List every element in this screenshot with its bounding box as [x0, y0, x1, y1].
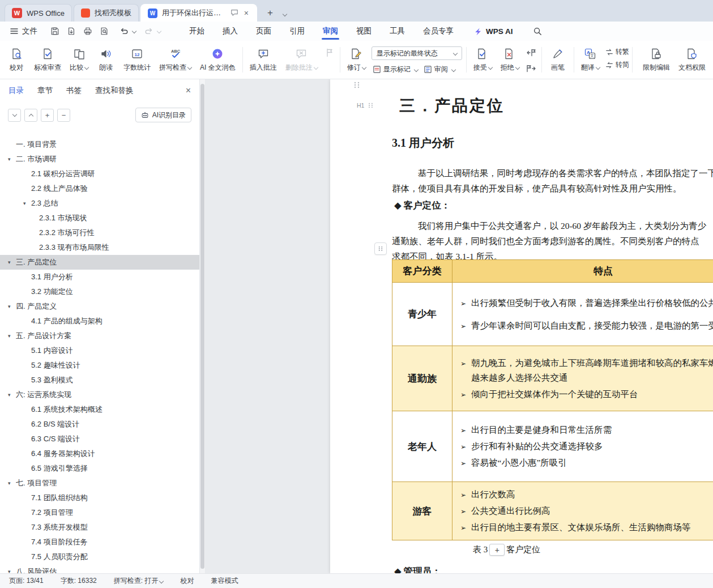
- toc-item-12[interactable]: 4.1 产品的组成与架构: [0, 314, 199, 329]
- redo-button[interactable]: [142, 24, 156, 39]
- document-page[interactable]: H1 三．产品定位 3.1 用户分析 基于以上调研结果，同时考虑现存的各类需求客…: [330, 79, 713, 573]
- chapter-heading[interactable]: 三．产品定位: [399, 95, 505, 117]
- restrict-edit-button[interactable]: 限制编辑: [639, 42, 674, 77]
- admin-bullet[interactable]: ◆ 管理员：: [394, 565, 441, 573]
- accept-button[interactable]: 接受: [469, 42, 496, 77]
- toc-item-6[interactable]: 2.3.2 市场可行性: [0, 225, 199, 240]
- undo-button[interactable]: [117, 24, 131, 39]
- menu-tab-4[interactable]: 审阅: [314, 22, 347, 41]
- menu-tab-6[interactable]: 工具: [381, 22, 414, 41]
- toc-item-26[interactable]: 7.3 系统开发模型: [0, 520, 199, 535]
- new-tab-button[interactable]: +: [263, 6, 277, 20]
- markup-state-select[interactable]: 显示标记的最终状态: [372, 46, 462, 60]
- file-menu-button[interactable]: 文件: [6, 26, 42, 36]
- toc-item-22[interactable]: 6.5 游戏引擎选择: [0, 461, 199, 476]
- toc-item-24[interactable]: 7.1 团队组织结构: [0, 491, 199, 505]
- toc-item-21[interactable]: 6.4 服务器架构设计: [0, 446, 199, 461]
- review-pane-button[interactable]: 审阅: [424, 65, 455, 74]
- wps-ai-button[interactable]: WPS AI: [474, 27, 513, 36]
- table-header-category[interactable]: 客户分类: [392, 260, 452, 283]
- toc-collapse-arrow-icon[interactable]: ▾: [8, 392, 16, 398]
- toc-item-19[interactable]: 6.2 B/S 端设计: [0, 417, 199, 432]
- doc-permission-button[interactable]: 文档权限: [674, 42, 710, 77]
- toc-collapse-arrow-icon[interactable]: ▾: [8, 569, 16, 573]
- undo-chevron-icon[interactable]: [132, 29, 136, 33]
- paragraph-2[interactable]: 我们将用户集中于公共交通客户，以 20-60 岁年龄段为主，大类划分为青少 通勤…: [392, 218, 706, 264]
- toc-item-13[interactable]: ▾五. 产品设计方案: [0, 329, 199, 343]
- standard-check-button[interactable]: 标准审查: [30, 42, 65, 77]
- toc-item-23[interactable]: ▾七. 项目管理: [0, 476, 199, 491]
- read-aloud-button[interactable]: 朗读: [93, 42, 119, 77]
- brush-button[interactable]: 画笔: [545, 42, 571, 77]
- toc-item-27[interactable]: 7.4 项目阶段任务: [0, 535, 199, 549]
- toc-item-4[interactable]: ▾2.3 总结: [0, 196, 199, 211]
- word-count-button[interactable]: 12 字数统计: [119, 42, 155, 77]
- toc-item-0[interactable]: 一. 项目背景: [0, 137, 199, 152]
- toc-collapse-arrow-icon[interactable]: ▾: [8, 480, 16, 486]
- tab-docer-templates[interactable]: 找稻壳模板: [74, 4, 139, 22]
- features-cell[interactable]: ➢出行次数高➢公共交通出行比例高➢出行目的地主要有景区、文体娱乐场所、生活购物商…: [452, 482, 713, 540]
- toc-item-25[interactable]: 7.2 项目管理: [0, 505, 199, 520]
- customer-table[interactable]: 客户分类 特点 青少年➢出行频繁但受制于收入有限，普遍选择乘坐出行价格较低的公共…: [392, 259, 713, 540]
- toc-item-11[interactable]: ▾四. 产品定义: [0, 299, 199, 314]
- toc-collapse-arrow-icon[interactable]: ▾: [8, 259, 16, 265]
- sidebar-tab-1[interactable]: 章节: [37, 86, 53, 96]
- toc-item-10[interactable]: 3.2 功能定位: [0, 284, 199, 299]
- toc-item-3[interactable]: 2.2 线上产品体验: [0, 181, 199, 196]
- paragraph-line[interactable]: 基于以上调研结果，同时考虑现存的各类需求客户的特点，本团队指定了一下: [392, 165, 713, 181]
- status-proof[interactable]: 校对: [180, 576, 194, 586]
- toc-item-15[interactable]: 5.2 趣味性设计: [0, 358, 199, 373]
- paragraph-line[interactable]: 通勤族、老年人群，同时我们也全方面考虑到游客的属性。不同类别客户的特点: [392, 233, 706, 249]
- search-icon[interactable]: [530, 24, 545, 39]
- status-page-count[interactable]: 页面: 13/41: [9, 576, 44, 586]
- translate-button[interactable]: A文 翻译: [577, 42, 604, 77]
- save-button[interactable]: [48, 24, 62, 39]
- print-preview-button[interactable]: [97, 24, 111, 39]
- proof-button[interactable]: 校对: [3, 42, 29, 77]
- toc-item-17[interactable]: ▾六: 运营系统实现: [0, 387, 199, 402]
- status-compat-mode[interactable]: 兼容模式: [211, 576, 238, 586]
- table-caption[interactable]: 表 3 + 客户定位: [473, 544, 540, 556]
- toc-item-1[interactable]: ▾二. 市场调研: [0, 152, 199, 167]
- menu-tab-5[interactable]: 视图: [347, 22, 381, 41]
- tab-wps-office[interactable]: W WPS Office: [5, 4, 72, 22]
- toc-item-2[interactable]: 2.1 碳积分运营调研: [0, 167, 199, 181]
- sidebar-close-icon[interactable]: ×: [186, 86, 191, 96]
- toc-item-29[interactable]: ▾八. 风险评估: [0, 564, 199, 573]
- toc-item-18[interactable]: 6.1 系统技术架构概述: [0, 402, 199, 417]
- toc-item-9[interactable]: 3.1 用户分析: [0, 270, 199, 284]
- expand-all-button[interactable]: [8, 109, 21, 122]
- compare-button[interactable]: 比较: [66, 42, 92, 77]
- reject-button[interactable]: 拒绝: [497, 42, 523, 77]
- toc-item-20[interactable]: 6.3 C/S 端设计: [0, 432, 199, 446]
- ai-polish-button[interactable]: AI 全文润色: [196, 42, 240, 77]
- toc-item-8[interactable]: ▾三. 产品定位: [0, 255, 199, 270]
- zoom-out-outline-button[interactable]: −: [57, 109, 70, 122]
- menu-tab-7[interactable]: 会员专享: [414, 22, 463, 41]
- menu-tab-2[interactable]: 页面: [247, 22, 280, 41]
- print-button[interactable]: [80, 24, 95, 39]
- sidebar-tab-2[interactable]: 书签: [66, 86, 82, 96]
- toc-item-28[interactable]: 7.5 人员职责分配: [0, 549, 199, 564]
- next-change-button[interactable]: [524, 62, 539, 75]
- ai-recognize-toc-button[interactable]: AI识别目录: [135, 108, 191, 122]
- category-cell[interactable]: 老年人: [392, 411, 452, 482]
- toc-item-7[interactable]: 2.3.3 现有市场局限性: [0, 240, 199, 255]
- menu-tab-3[interactable]: 引用: [280, 22, 314, 41]
- to-traditional-button[interactable]: 转繁: [605, 47, 629, 57]
- paragraph-drag-handle-top[interactable]: [352, 82, 361, 91]
- previous-change-button[interactable]: [524, 46, 539, 59]
- close-tab-icon[interactable]: ×: [243, 8, 250, 18]
- tab-document[interactable]: W 用于环保出行运营的网页端系... ×: [140, 4, 257, 22]
- category-cell[interactable]: 青少年: [392, 283, 452, 346]
- category-cell[interactable]: 通勤族: [392, 346, 452, 411]
- table-header-features[interactable]: 特点: [452, 260, 713, 283]
- insert-plus-button[interactable]: +: [489, 544, 505, 556]
- toc-item-14[interactable]: 5.1 内容设计: [0, 343, 199, 358]
- paragraph-line[interactable]: 群体，使项目具有具体的开发目标，使产品具有较高针对性及用户实用性。: [392, 181, 713, 196]
- sidebar-tab-0[interactable]: 目录: [8, 86, 24, 96]
- sidebar-tab-3[interactable]: 查找和替换: [95, 86, 134, 96]
- features-cell[interactable]: ➢出行频繁但受制于收入有限，普遍选择乘坐出行价格较低的公共交➢青少年课余时间可以…: [452, 283, 713, 346]
- heading-level-marker[interactable]: H1: [357, 102, 374, 109]
- output-button[interactable]: [64, 24, 78, 39]
